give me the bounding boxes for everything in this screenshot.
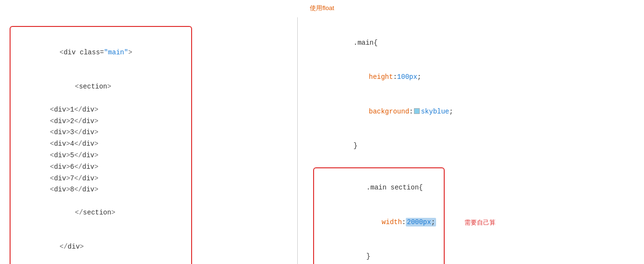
css-prop-height: height:100px; [313, 60, 632, 94]
css-prop-background-main: background:skyblue; [313, 95, 632, 129]
css-close-section: } [318, 239, 436, 264]
html-line-6: <div>4</div> [19, 138, 180, 150]
css-close-main: } [313, 129, 632, 163]
html-line-1: <div class="main"> [19, 36, 180, 70]
html-line-11: </section> [19, 196, 180, 230]
html-line-12: </div> [19, 230, 180, 264]
html-line-8: <div>6</div> [19, 162, 180, 173]
html-line-4: <div>2</div> [19, 116, 180, 127]
page-wrapper: 使用float <div class="main"> <section> <di… [0, 0, 644, 264]
html-line-5: <div>3</div> [19, 127, 180, 138]
color-swatch-skyblue [414, 108, 420, 114]
html-line-2: <section> [19, 70, 180, 104]
highlighted-section-box: .main section{ width:2000px; } 需要自己算 [313, 167, 445, 264]
css-block-main: .main{ height:100px; background:skyblue;… [313, 26, 632, 163]
html-line-3: <div>1</div> [19, 104, 180, 116]
html-line-9: <div>7</div> [19, 173, 180, 185]
css-prop-width: width:2000px; [318, 205, 436, 239]
page-title: 使用float [0, 0, 644, 15]
html-line-10: <div>8</div> [19, 184, 180, 196]
width-highlight: 2000px; [406, 218, 436, 226]
main-content: <div class="main"> <section> <div>1</div… [0, 17, 644, 264]
css-selector-main-section: .main section{ [318, 171, 436, 205]
right-panel: .main{ height:100px; background:skyblue;… [298, 17, 644, 264]
html-box: <div class="main"> <section> <div>1</div… [10, 26, 192, 264]
left-panel: <div class="main"> <section> <div>1</div… [0, 17, 298, 264]
css-block-main-section: .main section{ width:2000px; } 需要自己算 [313, 166, 476, 264]
note-text: 需要自己算 [464, 218, 496, 227]
css-selector-main: .main{ [313, 26, 632, 60]
html-line-7: <div>5</div> [19, 150, 180, 162]
